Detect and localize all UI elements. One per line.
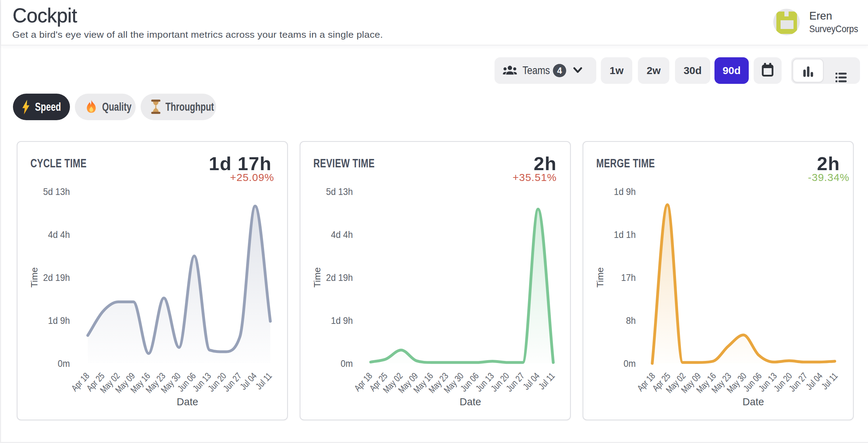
svg-text:Date: Date bbox=[177, 396, 198, 407]
svg-text:4d 4h: 4d 4h bbox=[48, 229, 70, 240]
svg-text:Date: Date bbox=[742, 396, 764, 407]
svg-text:Date: Date bbox=[460, 396, 481, 407]
svg-text:Jul 11: Jul 11 bbox=[819, 371, 840, 391]
svg-text:1d 9h: 1d 9h bbox=[48, 315, 70, 326]
svg-text:Time: Time bbox=[595, 267, 605, 288]
svg-text:1d 1h: 1d 1h bbox=[614, 229, 636, 240]
svg-text:Time: Time bbox=[29, 267, 40, 288]
svg-text:8h: 8h bbox=[626, 315, 636, 326]
svg-text:17h: 17h bbox=[621, 272, 636, 283]
svg-text:Jul 11: Jul 11 bbox=[536, 371, 557, 391]
svg-text:0m: 0m bbox=[341, 358, 353, 369]
svg-text:5d 13h: 5d 13h bbox=[326, 186, 353, 197]
svg-text:2d 19h: 2d 19h bbox=[326, 272, 353, 283]
svg-text:1d 9h: 1d 9h bbox=[614, 186, 636, 197]
svg-text:Jul 11: Jul 11 bbox=[254, 371, 274, 391]
svg-text:Jul 04: Jul 04 bbox=[804, 371, 825, 392]
svg-text:5d 13h: 5d 13h bbox=[43, 186, 70, 197]
svg-text:2d 19h: 2d 19h bbox=[43, 272, 70, 283]
svg-text:Jul 04: Jul 04 bbox=[521, 371, 542, 392]
svg-text:0m: 0m bbox=[58, 358, 70, 369]
svg-text:Time: Time bbox=[312, 267, 322, 288]
svg-text:0m: 0m bbox=[624, 358, 636, 369]
svg-text:Jul 04: Jul 04 bbox=[238, 371, 259, 392]
svg-text:4d 4h: 4d 4h bbox=[331, 229, 353, 240]
svg-text:1d 9h: 1d 9h bbox=[331, 315, 353, 326]
